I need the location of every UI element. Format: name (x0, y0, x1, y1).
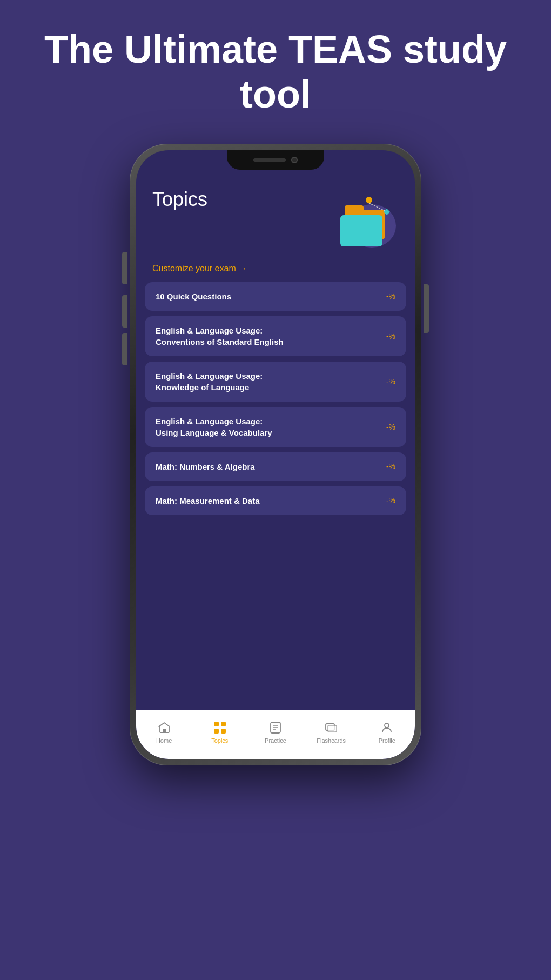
nav-label-topics: Topics (211, 737, 228, 744)
topic-item-vocabulary[interactable]: English & Language Usage:Using Language … (145, 407, 406, 447)
page-title: The Ultimate TEAS study tool (0, 0, 551, 138)
topic-label-algebra: Math: Numbers & Algebra (156, 461, 381, 472)
practice-icon (268, 720, 283, 735)
svg-rect-3 (340, 215, 382, 246)
nav-label-practice: Practice (265, 737, 286, 744)
nav-item-practice[interactable]: Practice (257, 720, 294, 744)
nav-label-home: Home (156, 737, 172, 744)
svg-rect-9 (221, 722, 226, 726)
topic-item-knowledge[interactable]: English & Language Usage:Knowledge of La… (145, 362, 406, 402)
nav-item-flashcards[interactable]: Flashcards (312, 720, 350, 744)
svg-rect-2 (345, 205, 364, 212)
notch-camera (291, 157, 298, 163)
nav-item-topics[interactable]: Topics (201, 720, 239, 744)
topics-icon (212, 720, 227, 735)
screen-content: Topics (136, 150, 415, 759)
customize-link[interactable]: Customize your exam → (136, 253, 415, 282)
topic-item-quick[interactable]: 10 Quick Questions -% (145, 282, 406, 311)
topics-list: 10 Quick Questions -% English & Language… (136, 282, 415, 710)
phone-wrapper: Topics (0, 138, 551, 765)
topic-percent-knowledge: -% (386, 377, 395, 386)
topic-percent-vocabulary: -% (386, 423, 395, 431)
svg-rect-8 (214, 722, 219, 726)
topics-title: Topics (152, 188, 207, 211)
nav-label-profile: Profile (379, 737, 395, 744)
svg-point-4 (366, 197, 372, 203)
topic-label-quick: 10 Quick Questions (156, 291, 381, 302)
topic-label-measurement: Math: Measurement & Data (156, 495, 381, 506)
nav-label-flashcards: Flashcards (317, 737, 346, 744)
home-icon (157, 720, 172, 735)
nav-item-home[interactable]: Home (145, 720, 183, 744)
topic-label-knowledge: English & Language Usage:Knowledge of La… (156, 370, 381, 393)
phone-outer: Topics (130, 144, 421, 765)
topic-percent-conventions: -% (386, 332, 395, 341)
topics-header: Topics (136, 177, 415, 253)
phone-notch (227, 150, 324, 170)
bottom-nav: Home Topics (136, 710, 415, 759)
topic-label-vocabulary: English & Language Usage:Using Language … (156, 416, 381, 438)
topic-label-conventions: English & Language Usage:Conventions of … (156, 325, 381, 348)
topic-item-measurement[interactable]: Math: Measurement & Data -% (145, 486, 406, 515)
svg-rect-17 (328, 725, 337, 732)
phone-screen: Topics (136, 150, 415, 759)
svg-rect-11 (221, 729, 226, 734)
folder-illustration (328, 188, 399, 253)
topic-item-conventions[interactable]: English & Language Usage:Conventions of … (145, 316, 406, 356)
svg-rect-10 (214, 729, 219, 734)
topic-percent-quick: -% (386, 292, 395, 301)
svg-rect-7 (163, 729, 166, 732)
profile-icon (379, 720, 394, 735)
notch-speaker (253, 158, 286, 162)
topic-item-algebra[interactable]: Math: Numbers & Algebra -% (145, 452, 406, 481)
flashcards-icon (324, 720, 339, 735)
svg-point-18 (385, 723, 389, 728)
nav-item-profile[interactable]: Profile (368, 720, 406, 744)
topic-percent-measurement: -% (386, 496, 395, 505)
topic-percent-algebra: -% (386, 462, 395, 471)
